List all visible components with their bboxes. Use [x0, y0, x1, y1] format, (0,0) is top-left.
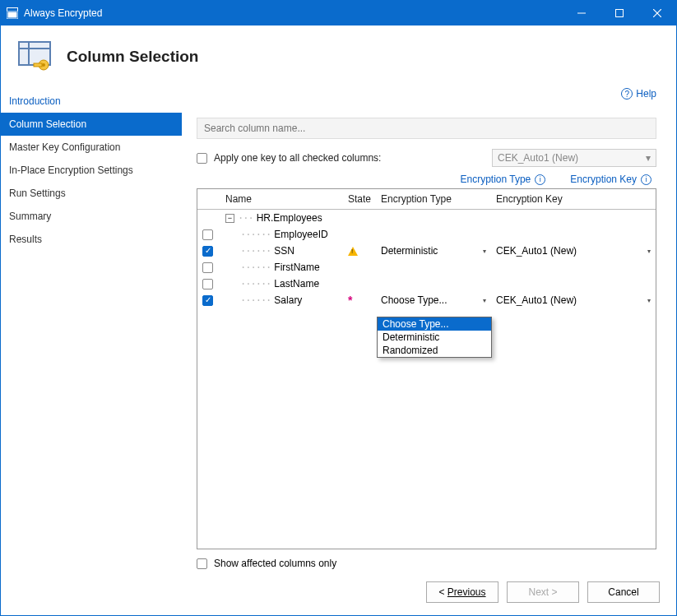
chevron-down-icon: ▾ — [483, 248, 486, 255]
apply-one-key-row: Apply one key to all checked columns: CE… — [197, 149, 656, 167]
header-key[interactable]: Encryption Key — [491, 189, 656, 209]
page-title: Column Selection — [67, 48, 198, 66]
svg-rect-1 — [7, 8, 17, 11]
sidebar-item-introduction[interactable]: Introduction — [1, 90, 182, 113]
dropdown-option[interactable]: Deterministic — [378, 331, 491, 344]
help-link[interactable]: ? Help — [621, 88, 656, 100]
sidebar-item-in-place-encryption[interactable]: In-Place Encryption Settings — [1, 159, 182, 182]
header-name[interactable]: Name — [220, 189, 343, 209]
info-icon: i — [641, 174, 651, 185]
sidebar-item-summary[interactable]: Summary — [1, 205, 182, 228]
grid-header: Name State Encryption Type Encryption Ke… — [197, 189, 656, 210]
table-row: ······ SSN Deterministic ▾ CEK_Auto1 (Ne… — [197, 243, 656, 259]
sidebar-item-results[interactable]: Results — [1, 228, 182, 251]
row-checkbox[interactable] — [202, 279, 213, 289]
sidebar-item-master-key[interactable]: Master Key Configuration — [1, 136, 182, 159]
table-row: ······ EmployeeID — [197, 226, 656, 243]
encryption-key-select[interactable]: CEK_Auto1 (New) ▾ — [491, 294, 656, 306]
search-input[interactable] — [197, 118, 656, 139]
chevron-down-icon: ▾ — [647, 248, 651, 255]
encryption-type-link[interactable]: Encryption Type i — [460, 174, 545, 185]
encryption-type-select[interactable]: Deterministic ▾ — [376, 245, 491, 257]
encryption-key-select[interactable]: CEK_Auto1 (New) ▾ — [491, 245, 656, 257]
columns-grid: Name State Encryption Type Encryption Ke… — [197, 188, 656, 549]
info-icon: i — [535, 174, 545, 185]
apply-one-key-label: Apply one key to all checked columns: — [214, 152, 381, 164]
wizard-window: Always Encrypted Column Selection Introd… — [0, 0, 677, 616]
maximize-button[interactable] — [600, 1, 638, 25]
sidebar-item-run-settings[interactable]: Run Settings — [1, 182, 182, 205]
row-checkbox[interactable] — [202, 262, 213, 273]
warning-icon — [348, 247, 358, 256]
svg-rect-11 — [34, 63, 42, 67]
column-name: SSN — [274, 245, 294, 257]
window-title: Always Encrypted — [24, 7, 102, 19]
svg-point-12 — [42, 63, 45, 67]
wizard-sidebar: Introduction Column Selection Master Key… — [1, 85, 182, 569]
table-row: ······ Salary * Choose Type... ▾ CEK_Aut… — [197, 292, 656, 308]
encryption-type-dropdown[interactable]: Choose Type... Deterministic Randomized — [377, 317, 492, 358]
column-name: FirstName — [274, 262, 319, 273]
titlebar: Always Encrypted — [1, 1, 676, 25]
main-panel: ? Help Apply one key to all checked colu… — [182, 85, 676, 569]
row-checkbox[interactable] — [202, 295, 213, 306]
sidebar-item-column-selection[interactable]: Column Selection — [1, 113, 182, 136]
column-name: EmployeeID — [274, 229, 327, 240]
page-header: Column Selection — [1, 25, 676, 85]
apply-one-key-select[interactable]: CEK_Auto1 (New) ▾ — [492, 149, 656, 167]
row-checkbox[interactable] — [202, 246, 213, 257]
minimize-button[interactable] — [563, 1, 600, 25]
chevron-down-icon: ▾ — [483, 297, 486, 304]
table-row: ······ FirstName — [197, 259, 656, 276]
header-type[interactable]: Encryption Type — [376, 189, 491, 209]
apply-one-key-value: CEK_Auto1 (New) — [498, 152, 578, 164]
column-name: LastName — [274, 278, 319, 289]
dropdown-option[interactable]: Choose Type... — [378, 317, 491, 331]
dropdown-option[interactable]: Randomized — [378, 344, 491, 357]
table-row-group: − ··· HR.Employees — [197, 210, 656, 226]
apply-one-key-checkbox[interactable] — [197, 153, 207, 164]
close-button[interactable] — [638, 1, 676, 25]
below-grid-row: Show affected columns only — [197, 558, 656, 569]
header-state[interactable]: State — [343, 189, 376, 209]
svg-rect-4 — [616, 10, 624, 17]
wizard-footer: < Previous Next > Cancel — [1, 569, 676, 615]
chevron-down-icon: ▾ — [647, 297, 651, 304]
show-affected-label: Show affected columns only — [214, 558, 336, 569]
grid-body: − ··· HR.Employees ······ EmployeeID — [197, 210, 656, 308]
row-checkbox[interactable] — [202, 229, 213, 240]
group-name: HR.Employees — [257, 212, 322, 224]
cancel-button[interactable]: Cancel — [587, 581, 660, 603]
encryption-key-link[interactable]: Encryption Key i — [570, 174, 651, 185]
table-row: ······ LastName — [197, 276, 656, 292]
help-icon: ? — [621, 88, 633, 100]
help-label: Help — [636, 88, 656, 100]
app-icon — [6, 7, 19, 20]
previous-button[interactable]: < Previous — [426, 581, 498, 603]
encryption-type-select[interactable]: Choose Type... ▾ — [376, 294, 491, 306]
column-name: Salary — [274, 294, 302, 306]
show-affected-checkbox[interactable] — [197, 558, 207, 569]
column-links-row: Encryption Type i Encryption Key i — [197, 174, 656, 185]
page-header-icon — [16, 37, 55, 76]
chevron-down-icon: ▾ — [646, 152, 651, 164]
required-icon: * — [348, 294, 352, 307]
collapse-icon[interactable]: − — [225, 214, 234, 223]
next-button[interactable]: Next > — [507, 581, 579, 603]
